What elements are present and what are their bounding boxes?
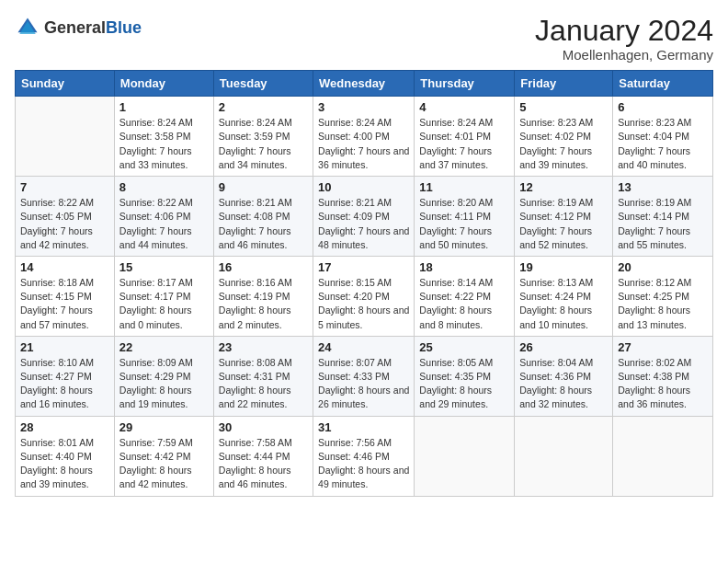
day-number: 15 — [119, 260, 209, 274]
day-number: 17 — [318, 260, 409, 274]
day-info: Sunrise: 7:56 AMSunset: 4:46 PMDaylight:… — [318, 436, 409, 492]
weekday-header-tuesday: Tuesday — [213, 71, 313, 97]
calendar-week-row: 28 Sunrise: 8:01 AMSunset: 4:40 PMDaylig… — [16, 416, 713, 496]
day-number: 19 — [519, 260, 608, 274]
day-number: 7 — [20, 180, 109, 194]
calendar-day-cell: 21 Sunrise: 8:10 AMSunset: 4:27 PMDaylig… — [16, 336, 115, 416]
day-info: Sunrise: 8:10 AMSunset: 4:27 PMDaylight:… — [20, 356, 109, 412]
day-number: 9 — [219, 180, 308, 194]
day-number: 28 — [20, 420, 109, 434]
day-info: Sunrise: 8:16 AMSunset: 4:19 PMDaylight:… — [219, 276, 308, 332]
calendar-day-cell: 30 Sunrise: 7:58 AMSunset: 4:44 PMDaylig… — [213, 416, 313, 496]
calendar-day-cell: 2 Sunrise: 8:24 AMSunset: 3:59 PMDayligh… — [213, 97, 313, 177]
weekday-header-saturday: Saturday — [613, 71, 713, 97]
day-info: Sunrise: 8:05 AMSunset: 4:35 PMDaylight:… — [419, 356, 509, 412]
page-header: General Blue January 2024 Moellenhagen, … — [15, 15, 713, 63]
day-info: Sunrise: 8:12 AMSunset: 4:25 PMDaylight:… — [618, 276, 708, 332]
calendar-day-cell: 4 Sunrise: 8:24 AMSunset: 4:01 PMDayligh… — [415, 97, 515, 177]
weekday-header-monday: Monday — [114, 71, 213, 97]
calendar-day-cell: 19 Sunrise: 8:13 AMSunset: 4:24 PMDaylig… — [515, 256, 613, 336]
weekday-header-thursday: Thursday — [415, 71, 515, 97]
calendar-day-cell: 12 Sunrise: 8:19 AMSunset: 4:12 PMDaylig… — [515, 177, 613, 257]
calendar-day-cell: 10 Sunrise: 8:21 AMSunset: 4:09 PMDaylig… — [313, 177, 415, 257]
calendar-day-cell: 24 Sunrise: 8:07 AMSunset: 4:33 PMDaylig… — [313, 336, 415, 416]
weekday-header-wednesday: Wednesday — [313, 71, 415, 97]
day-info: Sunrise: 8:24 AMSunset: 3:58 PMDaylight:… — [119, 116, 209, 172]
day-info: Sunrise: 8:18 AMSunset: 4:15 PMDaylight:… — [20, 276, 109, 332]
calendar-day-cell: 7 Sunrise: 8:22 AMSunset: 4:05 PMDayligh… — [16, 177, 115, 257]
logo: General Blue — [15, 15, 142, 40]
day-info: Sunrise: 8:13 AMSunset: 4:24 PMDaylight:… — [519, 276, 608, 332]
day-info: Sunrise: 7:58 AMSunset: 4:44 PMDaylight:… — [219, 436, 308, 492]
calendar-day-cell: 8 Sunrise: 8:22 AMSunset: 4:06 PMDayligh… — [114, 177, 213, 257]
day-number: 25 — [419, 340, 509, 354]
calendar-week-row: 21 Sunrise: 8:10 AMSunset: 4:27 PMDaylig… — [16, 336, 713, 416]
calendar-day-cell: 13 Sunrise: 8:19 AMSunset: 4:14 PMDaylig… — [613, 177, 713, 257]
day-number: 23 — [219, 340, 308, 354]
day-info: Sunrise: 8:21 AMSunset: 4:09 PMDaylight:… — [318, 196, 409, 252]
day-info: Sunrise: 8:20 AMSunset: 4:11 PMDaylight:… — [419, 196, 509, 252]
day-number: 8 — [119, 180, 209, 194]
calendar-day-cell: 1 Sunrise: 8:24 AMSunset: 3:58 PMDayligh… — [114, 97, 213, 177]
day-info: Sunrise: 8:15 AMSunset: 4:20 PMDaylight:… — [318, 276, 409, 332]
calendar-day-cell: 23 Sunrise: 8:08 AMSunset: 4:31 PMDaylig… — [213, 336, 313, 416]
day-info: Sunrise: 8:01 AMSunset: 4:40 PMDaylight:… — [20, 436, 109, 492]
calendar-day-cell: 17 Sunrise: 8:15 AMSunset: 4:20 PMDaylig… — [313, 256, 415, 336]
day-info: Sunrise: 8:23 AMSunset: 4:02 PMDaylight:… — [519, 116, 608, 172]
day-number: 26 — [519, 340, 608, 354]
day-info: Sunrise: 8:07 AMSunset: 4:33 PMDaylight:… — [318, 356, 409, 412]
calendar-header: SundayMondayTuesdayWednesdayThursdayFrid… — [16, 71, 713, 97]
calendar-table: SundayMondayTuesdayWednesdayThursdayFrid… — [15, 70, 713, 496]
month-title: January 2024 — [535, 15, 713, 47]
calendar-day-cell: 14 Sunrise: 8:18 AMSunset: 4:15 PMDaylig… — [16, 256, 115, 336]
calendar-day-cell — [16, 97, 115, 177]
day-number: 1 — [119, 100, 209, 114]
calendar-day-cell: 15 Sunrise: 8:17 AMSunset: 4:17 PMDaylig… — [114, 256, 213, 336]
calendar-day-cell: 18 Sunrise: 8:14 AMSunset: 4:22 PMDaylig… — [415, 256, 515, 336]
calendar-week-row: 7 Sunrise: 8:22 AMSunset: 4:05 PMDayligh… — [16, 177, 713, 257]
day-number: 13 — [618, 180, 708, 194]
day-number: 22 — [119, 340, 209, 354]
calendar-day-cell: 26 Sunrise: 8:04 AMSunset: 4:36 PMDaylig… — [515, 336, 613, 416]
day-number: 6 — [618, 100, 708, 114]
title-block: January 2024 Moellenhagen, Germany — [535, 15, 713, 63]
calendar-day-cell: 3 Sunrise: 8:24 AMSunset: 4:00 PMDayligh… — [313, 97, 415, 177]
day-number: 31 — [318, 420, 409, 434]
calendar-day-cell: 16 Sunrise: 8:16 AMSunset: 4:19 PMDaylig… — [213, 256, 313, 336]
calendar-day-cell: 9 Sunrise: 8:21 AMSunset: 4:08 PMDayligh… — [213, 177, 313, 257]
day-info: Sunrise: 8:19 AMSunset: 4:12 PMDaylight:… — [519, 196, 608, 252]
day-info: Sunrise: 7:59 AMSunset: 4:42 PMDaylight:… — [119, 436, 209, 492]
day-number: 3 — [318, 100, 409, 114]
day-info: Sunrise: 8:02 AMSunset: 4:38 PMDaylight:… — [618, 356, 708, 412]
calendar-day-cell — [415, 416, 515, 496]
calendar-day-cell: 11 Sunrise: 8:20 AMSunset: 4:11 PMDaylig… — [415, 177, 515, 257]
day-info: Sunrise: 8:22 AMSunset: 4:06 PMDaylight:… — [119, 196, 209, 252]
calendar-week-row: 14 Sunrise: 8:18 AMSunset: 4:15 PMDaylig… — [16, 256, 713, 336]
day-number: 11 — [419, 180, 509, 194]
weekday-header-sunday: Sunday — [16, 71, 115, 97]
location-text: Moellenhagen, Germany — [535, 47, 713, 63]
day-info: Sunrise: 8:21 AMSunset: 4:08 PMDaylight:… — [219, 196, 308, 252]
day-info: Sunrise: 8:22 AMSunset: 4:05 PMDaylight:… — [20, 196, 109, 252]
day-number: 18 — [419, 260, 509, 274]
day-info: Sunrise: 8:23 AMSunset: 4:04 PMDaylight:… — [618, 116, 708, 172]
calendar-week-row: 1 Sunrise: 8:24 AMSunset: 3:58 PMDayligh… — [16, 97, 713, 177]
day-number: 10 — [318, 180, 409, 194]
calendar-day-cell: 27 Sunrise: 8:02 AMSunset: 4:38 PMDaylig… — [613, 336, 713, 416]
calendar-day-cell: 25 Sunrise: 8:05 AMSunset: 4:35 PMDaylig… — [415, 336, 515, 416]
day-number: 27 — [618, 340, 708, 354]
day-number: 4 — [419, 100, 509, 114]
weekday-header-row: SundayMondayTuesdayWednesdayThursdayFrid… — [16, 71, 713, 97]
day-number: 5 — [519, 100, 608, 114]
day-info: Sunrise: 8:14 AMSunset: 4:22 PMDaylight:… — [419, 276, 509, 332]
day-info: Sunrise: 8:24 AMSunset: 4:01 PMDaylight:… — [419, 116, 509, 172]
calendar-day-cell: 5 Sunrise: 8:23 AMSunset: 4:02 PMDayligh… — [515, 97, 613, 177]
calendar-day-cell: 6 Sunrise: 8:23 AMSunset: 4:04 PMDayligh… — [613, 97, 713, 177]
day-info: Sunrise: 8:24 AMSunset: 3:59 PMDaylight:… — [219, 116, 308, 172]
day-number: 12 — [519, 180, 608, 194]
calendar-day-cell: 22 Sunrise: 8:09 AMSunset: 4:29 PMDaylig… — [114, 336, 213, 416]
day-number: 30 — [219, 420, 308, 434]
day-info: Sunrise: 8:17 AMSunset: 4:17 PMDaylight:… — [119, 276, 209, 332]
calendar-day-cell: 28 Sunrise: 8:01 AMSunset: 4:40 PMDaylig… — [16, 416, 115, 496]
day-number: 16 — [219, 260, 308, 274]
